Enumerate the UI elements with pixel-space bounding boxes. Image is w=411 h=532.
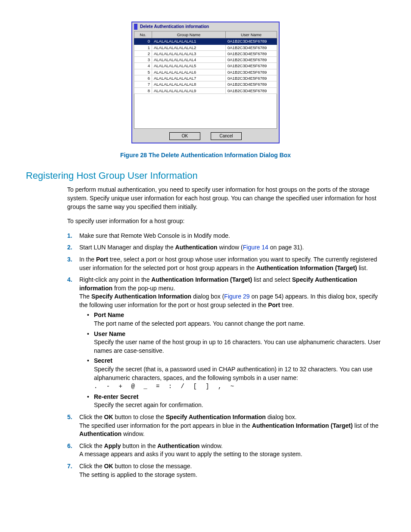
step-6: Click the Apply button in the Authentica… — [79, 442, 302, 458]
table-row[interactable]: 7ALALALALALALALAL80A1B2C3D4E5F6789 — [134, 81, 277, 87]
figure-29-link[interactable]: Figure 29 — [224, 293, 249, 300]
lead-paragraph: To specify user information for a host g… — [67, 217, 385, 226]
delete-auth-dialog: Delete Authentication information No. Gr… — [131, 22, 280, 143]
table-row[interactable]: 8ALALALALALALALAL90A1B2C3D4E5F6789 — [134, 87, 277, 93]
col-user[interactable]: User Name — [226, 31, 277, 38]
title-accent-icon — [134, 24, 137, 30]
table-row[interactable]: 6ALALALALALALALAL70A1B2C3D4E5F6789 — [134, 75, 277, 81]
figure-caption: Figure 28 The Delete Authentication Info… — [26, 151, 385, 160]
cancel-button[interactable]: Cancel — [211, 132, 242, 140]
table-row[interactable]: 0ALALALALALALALAL10A1B2C3D4E5F6789 — [134, 38, 277, 44]
table-row[interactable]: 3ALALALALALALALAL40A1B2C3D4E5F6789 — [134, 57, 277, 63]
intro-paragraph: To perform mutual authentication, you ne… — [67, 186, 385, 211]
dialog-title: Delete Authentication information — [140, 24, 209, 30]
section-heading: Registering Host Group User Information — [26, 169, 385, 183]
step-3: In the Port tree, select a port or host … — [79, 256, 377, 271]
ok-button[interactable]: OK — [169, 132, 200, 140]
sub-reenter-secret: Re-enter Secret Specify the secret again… — [87, 393, 385, 410]
table-row[interactable]: 4ALALALALALALALAL50A1B2C3D4E5F6789 — [134, 63, 277, 69]
col-no[interactable]: No. — [134, 31, 152, 38]
sub-port-name: Port Name The port name of the selected … — [87, 311, 385, 328]
table-row[interactable]: 2ALALALALALALALAL30A1B2C3D4E5F6789 — [134, 50, 277, 56]
sub-secret: Secret Specify the secret (that is, a pa… — [87, 357, 385, 391]
col-group[interactable]: Group Name — [152, 31, 226, 38]
table-row[interactable]: 1ALALALALALALALAL20A1B2C3D4E5F6789 — [134, 44, 277, 50]
step-7: Click the OK button to close the message… — [79, 463, 197, 478]
step-4: Right-click any point in the Authenticat… — [79, 276, 378, 308]
step-1: Make sure that Remote Web Console is in … — [79, 232, 230, 239]
dialog-title-bar: Delete Authentication information — [132, 22, 279, 31]
sub-user-name: User Name Specify the user name of the h… — [87, 330, 385, 355]
table-row[interactable]: 5ALALALALALALALAL60A1B2C3D4E5F6789 — [134, 69, 277, 75]
step-5: Click the OK button to close the Specify… — [79, 414, 379, 437]
figure-14-link[interactable]: Figure 14 — [243, 244, 268, 251]
step-2: Start LUN Manager and display the Authen… — [79, 244, 304, 251]
auth-table: No. Group Name User Name 0ALALALALALALAL… — [134, 31, 277, 94]
